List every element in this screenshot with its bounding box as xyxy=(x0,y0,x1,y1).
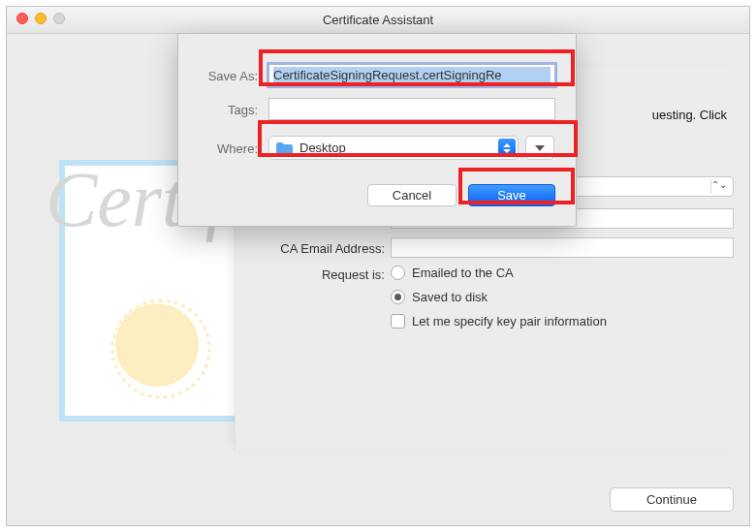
ca-email-input[interactable] xyxy=(391,237,734,258)
folder-icon xyxy=(275,141,293,155)
chevron-down-icon xyxy=(535,145,545,151)
option-label: Let me specify key pair information xyxy=(412,314,607,329)
cancel-button[interactable]: Cancel xyxy=(367,184,457,206)
option-specify-keypair[interactable]: Let me specify key pair information xyxy=(391,314,607,329)
ca-email-label: CA Email Address: xyxy=(257,241,385,256)
chevron-updown-icon: ⌃⌄ xyxy=(711,179,727,190)
continue-button[interactable]: Continue xyxy=(610,487,734,512)
button-label: Save xyxy=(497,188,526,203)
radio-icon xyxy=(391,266,405,280)
minimize-window-button[interactable] xyxy=(35,13,47,24)
request-is-label: Request is: xyxy=(257,267,385,282)
zoom-window-button xyxy=(53,13,65,24)
partial-instruction-text: uesting. Click xyxy=(652,108,727,122)
save-button[interactable]: Save xyxy=(468,184,555,206)
button-label: Cancel xyxy=(393,188,431,203)
radio-icon xyxy=(391,290,405,304)
saveas-label: Save As: xyxy=(178,69,258,83)
button-label: Continue xyxy=(646,492,697,507)
where-dropdown[interactable]: Desktop xyxy=(268,136,519,160)
tags-label: Tags: xyxy=(178,103,258,117)
window-controls xyxy=(16,13,65,24)
option-emailed-to-ca[interactable]: Emailed to the CA xyxy=(391,266,514,280)
option-label: Saved to disk xyxy=(412,290,488,304)
stepper-icon xyxy=(498,139,516,157)
where-label: Where: xyxy=(178,141,258,156)
window-title: Certificate Assistant xyxy=(323,13,433,27)
window-frame: Certificate Assistant Certif uesting. Cl… xyxy=(6,6,750,526)
titlebar: Certificate Assistant xyxy=(7,7,749,34)
certificate-seal-icon xyxy=(118,306,196,384)
where-value: Desktop xyxy=(299,141,346,155)
option-saved-to-disk[interactable]: Saved to disk xyxy=(391,290,488,304)
tags-input[interactable] xyxy=(268,98,555,120)
save-sheet: Save As: Tags: Where: CertificateSigning… xyxy=(177,33,577,227)
expand-button[interactable] xyxy=(525,136,554,160)
close-window-button[interactable] xyxy=(16,13,28,24)
saveas-value: CertificateSigningRequest.certSigningRe xyxy=(273,67,551,83)
content-area: Certif uesting. Click ⌃⌄ CA Email Addres… xyxy=(7,34,749,525)
saveas-input[interactable]: CertificateSigningRequest.certSigningRe xyxy=(268,64,555,86)
checkbox-icon xyxy=(391,314,405,329)
option-label: Emailed to the CA xyxy=(412,266,514,280)
